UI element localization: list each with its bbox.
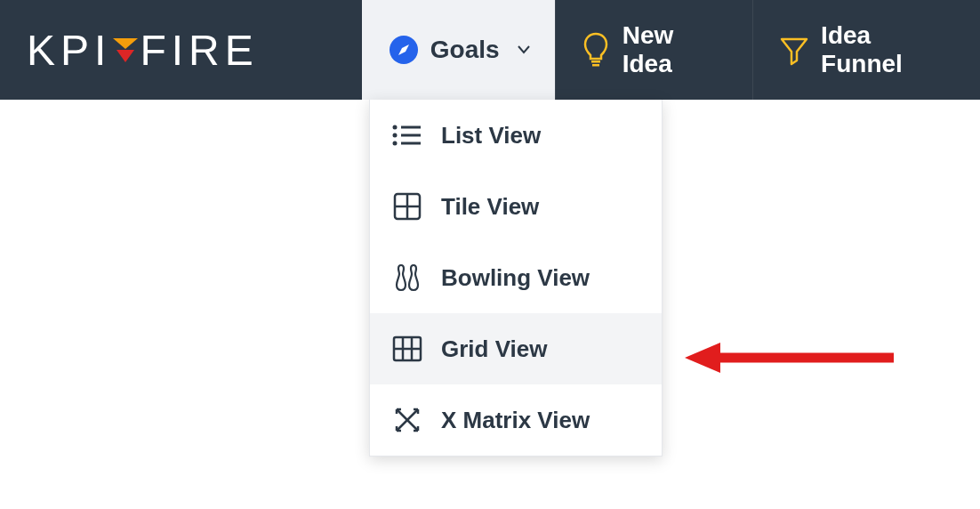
dropdown-item-label: Grid View bbox=[441, 335, 547, 363]
nav-goals[interactable]: Goals bbox=[362, 0, 555, 100]
nav-new-idea[interactable]: New Idea bbox=[555, 0, 752, 100]
dropdown-item-bowling-view[interactable]: Bowling View bbox=[370, 242, 662, 313]
logo-text-after: FIRE bbox=[140, 26, 258, 75]
svg-rect-1 bbox=[591, 61, 600, 63]
lightbulb-icon bbox=[581, 34, 612, 66]
dropdown-item-label: List View bbox=[441, 122, 541, 149]
bowling-icon bbox=[391, 262, 423, 294]
arrow-annotation bbox=[685, 340, 898, 379]
dropdown-item-label: X Matrix View bbox=[441, 407, 590, 434]
logo-triangle-icon bbox=[113, 38, 138, 62]
dropdown-item-xmatrix-view[interactable]: X Matrix View bbox=[370, 384, 662, 456]
dropdown-item-grid-view[interactable]: Grid View bbox=[370, 313, 662, 384]
compass-icon bbox=[388, 34, 420, 66]
svg-point-7 bbox=[393, 141, 398, 146]
tile-icon bbox=[391, 190, 423, 222]
nav-idea-funnel-label: Idea Funnel bbox=[821, 21, 955, 78]
nav-goals-label: Goals bbox=[430, 36, 500, 64]
svg-rect-8 bbox=[401, 142, 421, 145]
logo[interactable]: KPI FIRE bbox=[0, 0, 362, 100]
svg-rect-4 bbox=[401, 126, 421, 129]
svg-rect-2 bbox=[592, 64, 599, 67]
goals-dropdown: List View Tile View Bowling View bbox=[369, 100, 663, 456]
list-icon bbox=[391, 119, 423, 151]
svg-point-5 bbox=[393, 133, 398, 138]
dropdown-item-label: Tile View bbox=[441, 193, 539, 221]
dropdown-item-label: Bowling View bbox=[441, 264, 590, 292]
logo-text-before: KPI bbox=[27, 26, 111, 75]
grid-icon bbox=[391, 333, 423, 365]
xmatrix-icon bbox=[391, 404, 423, 436]
svg-marker-19 bbox=[685, 343, 720, 373]
navbar: KPI FIRE Goals bbox=[0, 0, 980, 100]
funnel-icon bbox=[778, 34, 810, 66]
nav-new-idea-label: New Idea bbox=[623, 21, 727, 78]
nav-idea-funnel[interactable]: Idea Funnel bbox=[752, 0, 980, 100]
chevron-down-icon bbox=[518, 42, 530, 58]
dropdown-item-tile-view[interactable]: Tile View bbox=[370, 171, 662, 242]
dropdown-item-list-view[interactable]: List View bbox=[370, 100, 662, 171]
svg-rect-6 bbox=[401, 134, 421, 137]
svg-point-3 bbox=[393, 125, 398, 130]
